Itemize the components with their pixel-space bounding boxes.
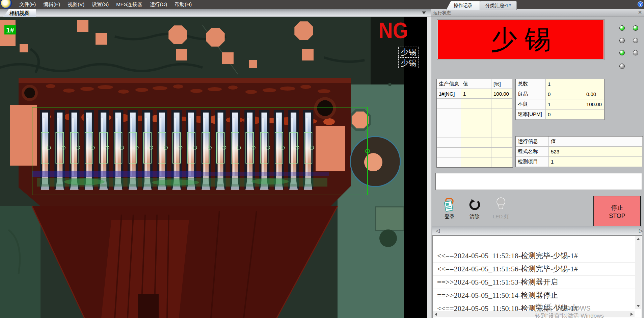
status-led (633, 25, 638, 31)
table-cell (461, 128, 491, 138)
table-header-cell: 值 (461, 79, 491, 89)
table-cell (491, 148, 513, 157)
clear-icon[interactable] (468, 199, 481, 211)
table-cell (461, 157, 491, 167)
connector-side-pad (316, 126, 345, 171)
status-led (619, 25, 625, 31)
table-cell (584, 109, 605, 120)
scroll-left-icon[interactable] (435, 313, 437, 316)
log-entry[interactable]: ==>>2024-05-05_11:50:14-检测器停止 (433, 289, 635, 302)
table-cell: 1 (546, 99, 584, 109)
connector-body (19, 78, 351, 206)
camera-index-badge: 1# (4, 25, 16, 34)
menu-item[interactable]: 视图(V) (64, 0, 88, 9)
table-cell (461, 148, 491, 157)
menu-item[interactable]: MES连接器 (112, 0, 146, 9)
clear-button[interactable]: 清除 (464, 214, 485, 220)
table-cell (584, 79, 605, 89)
table-cell (461, 108, 491, 118)
scroll-down-icon[interactable] (637, 305, 640, 307)
table-header-cell: [%] (491, 79, 513, 89)
production-info-table: 生产信息值[%]1#[NG]1100.00 (436, 79, 513, 168)
table-cell (437, 128, 461, 138)
scroll-up-icon[interactable] (637, 238, 640, 240)
message-textbox[interactable] (435, 173, 642, 190)
windows-activation-watermark-sub: 转到“设置”以激活 Windows (535, 312, 604, 318)
log-tabstrip (432, 226, 642, 236)
table-cell: 100.00 (491, 89, 513, 99)
panel-splitter[interactable] (427, 17, 431, 318)
tab-camera-view[interactable]: 相机视图 (3, 9, 36, 17)
table-cell: 1 (546, 79, 584, 89)
run-info-table: 运行信息值程式名称523检测项目1 (515, 136, 643, 167)
table-cell (491, 99, 513, 108)
table-cell (437, 118, 461, 128)
table-cell: 良品 (516, 89, 546, 99)
menu-item[interactable]: 文件(F) (16, 0, 39, 9)
table-cell (491, 157, 513, 167)
status-led (619, 50, 625, 55)
menu-item[interactable]: 运行(O) (146, 0, 171, 9)
table-cell (461, 99, 491, 108)
tab-classification-summary[interactable]: 分类汇总-1# (480, 1, 517, 10)
menu-item[interactable]: 设置(S) (88, 0, 112, 9)
close-icon[interactable]: ✕ (637, 10, 643, 15)
tab-scroll-left-icon[interactable]: ◁ (436, 228, 440, 234)
table-header-cell: 值 (549, 137, 643, 147)
chevron-down-icon[interactable] (422, 11, 426, 14)
status-led (619, 38, 625, 43)
camera-view: 1# NG 少锡 少锡 (0, 17, 427, 318)
led-light-button[interactable]: LED 灯 (488, 214, 513, 220)
log-entry[interactable]: ==>>2024-05-05_11:51:53-检测器开启 (433, 276, 635, 289)
stop-button-line1: 停止 (611, 204, 623, 212)
status-led (633, 38, 638, 43)
stop-button[interactable]: 停止 STOP (593, 196, 641, 228)
led-lamp-icon[interactable] (495, 197, 506, 212)
table-cell: 1 (461, 89, 491, 99)
board-pad (376, 207, 404, 230)
login-button[interactable]: 登录 (439, 214, 460, 220)
scroll-right-icon[interactable] (630, 313, 633, 316)
table-cell: 0 (546, 89, 584, 99)
result-banner: 少锡 (437, 20, 604, 59)
result-banner-text: 少锡 (491, 22, 558, 57)
table-cell (437, 157, 461, 167)
table-cell: 0.00 (584, 89, 605, 99)
log-hscrollbar[interactable] (433, 311, 635, 317)
table-cell (437, 99, 461, 108)
mount-hole (23, 86, 36, 100)
defect-label: 少锡 (398, 57, 419, 68)
menu-item[interactable]: 编辑(E) (39, 0, 64, 9)
table-cell: 程式名称 (516, 147, 549, 157)
table-cell (491, 138, 513, 148)
log-entry[interactable]: <<==2024-05-05_11:52:18-检测完毕-少锡-1# (433, 249, 635, 263)
defect-label: 少锡 (398, 47, 419, 57)
status-panel-title: 运行状态 (433, 9, 644, 17)
log-vscrollbar[interactable] (635, 236, 641, 309)
table-cell: 检测项目 (516, 157, 549, 167)
login-icon[interactable] (443, 197, 457, 212)
menu-items: 文件(F)编辑(E)视图(V)设置(S)MES连接器运行(O)帮助(H) (16, 0, 195, 9)
table-cell (437, 138, 461, 148)
help-icon[interactable]: ? (638, 1, 643, 7)
log-entry[interactable]: <<==2024-05-05_11:51:56-检测完毕-少锡-1# (433, 263, 635, 276)
pcb-image (0, 17, 404, 318)
status-led (619, 64, 625, 69)
table-cell: 1 (549, 157, 643, 167)
statistics-table: 总数1良品00.00不良1100.00速率[UPM]0 (515, 79, 605, 120)
mount-hole (316, 99, 334, 118)
table-cell (437, 148, 461, 157)
table-cell (491, 128, 513, 138)
app-window: 文件(F)编辑(E)视图(V)设置(S)MES连接器运行(O)帮助(H) ? 相… (0, 0, 644, 318)
tab-operation-log[interactable]: 操作记录 (446, 1, 480, 10)
tab-scroll-right-icon[interactable]: ▷ (639, 228, 643, 234)
table-cell: 1#[NG] (437, 89, 461, 99)
menu-bar: 文件(F)编辑(E)视图(V)设置(S)MES连接器运行(O)帮助(H) (0, 0, 644, 9)
connector-side-pad (10, 105, 37, 166)
table-header-cell: 运行信息 (516, 137, 549, 147)
table-cell: 速率[UPM] (516, 109, 546, 120)
table-cell: 总数 (516, 79, 546, 89)
log-column-divider (627, 236, 627, 318)
status-panel-titlebar: 运行状态 (431, 9, 644, 17)
menu-item[interactable]: 帮助(H) (171, 0, 195, 9)
